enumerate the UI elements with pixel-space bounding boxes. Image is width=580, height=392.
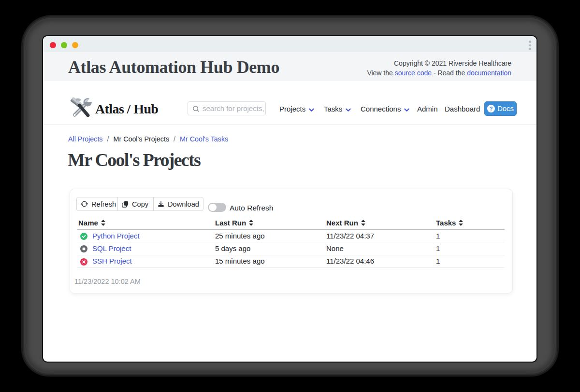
svg-text:?: ?	[490, 106, 493, 112]
